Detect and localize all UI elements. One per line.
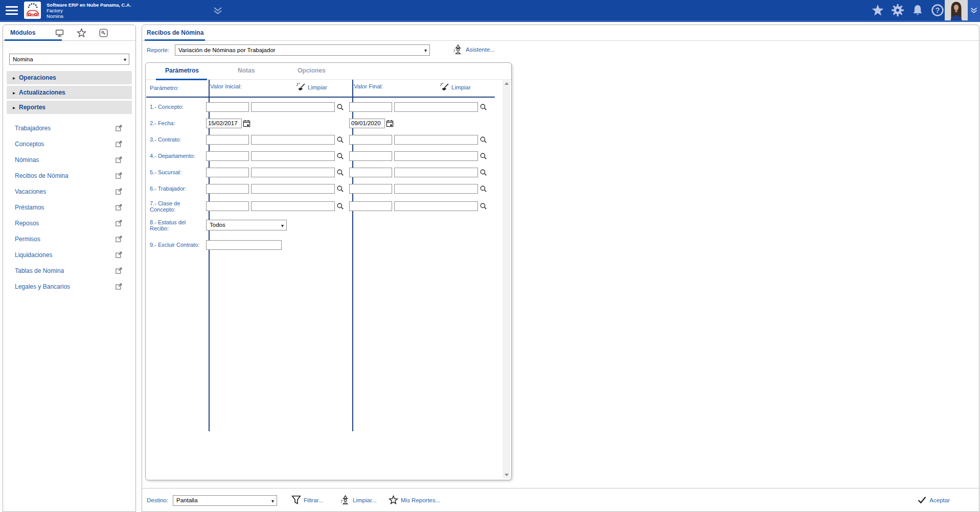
tab-opciones[interactable]: Opciones: [298, 67, 326, 74]
departamento-final-code-input[interactable]: [349, 151, 392, 161]
sidebar-item-liquidaciones[interactable]: Liquidaciones: [3, 247, 135, 263]
search-icon[interactable]: [336, 169, 344, 176]
sidebar-item-tablas-de-nomina[interactable]: Tablas de Nomina: [3, 263, 135, 278]
search-icon[interactable]: [336, 152, 344, 160]
external-link-icon[interactable]: [115, 188, 123, 195]
external-link-icon[interactable]: [115, 124, 123, 132]
section-reportes[interactable]: Reportes: [7, 101, 132, 114]
departamento-initial-code-input[interactable]: [206, 151, 249, 161]
calendar-icon[interactable]: [386, 120, 394, 127]
external-link-icon[interactable]: [115, 140, 123, 148]
accept-button[interactable]: Aceptar: [917, 495, 950, 505]
clase-final-desc-input[interactable]: [394, 201, 478, 211]
gear-icon[interactable]: [891, 4, 904, 17]
concepto-final-code-input[interactable]: [349, 102, 392, 112]
section-operaciones[interactable]: Operaciones: [7, 71, 132, 84]
external-link-icon[interactable]: [115, 156, 123, 164]
sidebar-item-conceptos[interactable]: Conceptos: [3, 136, 135, 152]
sucursal-final-desc-input[interactable]: [394, 168, 478, 177]
assistant-button[interactable]: Asistente...: [453, 44, 495, 55]
scroll-down-icon[interactable]: [505, 474, 509, 476]
param-label: 1.- Concepto:: [146, 104, 203, 110]
menu-icon[interactable]: [0, 0, 24, 20]
app-logo[interactable]: [24, 2, 41, 19]
tab-recibos-de-nomina[interactable]: Recibos de Nómina: [142, 29, 203, 36]
tab-modulos[interactable]: Módulos: [3, 29, 42, 36]
clear-button[interactable]: Limpiar...: [340, 495, 377, 505]
star-icon[interactable]: [871, 4, 884, 17]
sidebar-item-nominas[interactable]: Nóminas: [3, 152, 135, 168]
search-icon[interactable]: [480, 136, 487, 144]
search-icon[interactable]: [336, 136, 344, 144]
section-actualizaciones[interactable]: Actualizaciones: [7, 86, 132, 99]
my-reports-button[interactable]: Mis Reportes...: [389, 495, 440, 505]
external-link-icon[interactable]: [115, 172, 123, 179]
contrato-final-code-input[interactable]: [349, 135, 392, 145]
contrato-final-desc-input[interactable]: [394, 135, 478, 145]
search-icon[interactable]: [480, 185, 487, 193]
contrato-initial-code-input[interactable]: [206, 135, 249, 145]
search-icon[interactable]: [480, 152, 487, 160]
filter-button[interactable]: Filtrar...: [291, 495, 323, 505]
trabajador-initial-desc-input[interactable]: [251, 184, 335, 194]
search-icon[interactable]: [480, 202, 487, 210]
estatus-select[interactable]: Todos: [206, 220, 287, 230]
sidebar-item-reposos[interactable]: Reposos: [3, 215, 135, 231]
param-label: 3.- Contrato:: [146, 136, 203, 143]
destination-select[interactable]: Pantalla: [173, 495, 277, 506]
vertical-scrollbar[interactable]: [503, 80, 510, 478]
external-link-icon[interactable]: [115, 235, 123, 243]
scroll-up-icon[interactable]: [505, 82, 509, 85]
trabajador-initial-code-input[interactable]: [206, 184, 249, 194]
trabajador-final-desc-input[interactable]: [394, 184, 478, 194]
fecha-initial-input[interactable]: [206, 119, 242, 128]
concepto-initial-desc-input[interactable]: [251, 102, 335, 112]
search-icon[interactable]: [336, 185, 344, 193]
clase-initial-code-input[interactable]: [206, 201, 249, 211]
external-link-icon[interactable]: [115, 203, 123, 211]
report-select[interactable]: Variación de Nóminas por Trabajador: [175, 44, 430, 56]
sucursal-initial-desc-input[interactable]: [251, 168, 335, 177]
search-icon[interactable]: [480, 169, 487, 176]
excluir-contrato-input[interactable]: [206, 240, 282, 250]
sucursal-final-code-input[interactable]: [349, 168, 392, 177]
avatar[interactable]: [945, 0, 968, 20]
sidebar-item-trabajadores[interactable]: Trabajadores: [3, 120, 135, 136]
sidebar-item-legales-y-bancarios[interactable]: Legales y Bancarios: [3, 278, 135, 294]
search-icon[interactable]: [336, 103, 344, 111]
trabajador-final-code-input[interactable]: [349, 184, 392, 194]
external-link-icon[interactable]: [115, 267, 123, 274]
contrato-initial-desc-input[interactable]: [251, 135, 335, 145]
external-link-icon[interactable]: [115, 283, 123, 290]
key-icon[interactable]: [99, 28, 108, 38]
search-icon[interactable]: [336, 202, 344, 210]
departamento-initial-desc-input[interactable]: [251, 151, 335, 161]
collapse-chevron-icon[interactable]: [968, 0, 980, 20]
search-icon[interactable]: [480, 103, 487, 111]
bell-icon[interactable]: [911, 4, 924, 17]
sucursal-initial-code-input[interactable]: [206, 168, 249, 177]
departamento-final-desc-input[interactable]: [394, 151, 478, 161]
tab-notas[interactable]: Notas: [238, 67, 255, 74]
tab-parametros[interactable]: Parámetros: [165, 67, 199, 74]
concepto-initial-code-input[interactable]: [206, 102, 249, 112]
clase-final-code-input[interactable]: [349, 201, 392, 211]
calendar-icon[interactable]: [243, 120, 250, 127]
concepto-final-desc-input[interactable]: [394, 102, 478, 112]
sidebar-item-permisos[interactable]: Permisos: [3, 231, 135, 247]
module-select[interactable]: Nomina: [9, 54, 129, 65]
monitor-icon[interactable]: [55, 28, 64, 38]
clear-initial-button[interactable]: Limpiar: [296, 82, 327, 92]
clase-initial-desc-input[interactable]: [251, 201, 335, 211]
external-link-icon[interactable]: [115, 219, 123, 227]
clear-final-button[interactable]: Limpiar: [440, 82, 471, 92]
parameters-panel: Parámetros Notas Opciones Parámetro: Val…: [145, 62, 512, 480]
help-icon[interactable]: [931, 4, 944, 17]
double-chevron-down-icon[interactable]: [213, 7, 222, 14]
sidebar-item-prestamos[interactable]: Préstamos: [3, 199, 135, 215]
star-outline-icon[interactable]: [77, 28, 86, 38]
external-link-icon[interactable]: [115, 251, 123, 259]
fecha-final-input[interactable]: [349, 119, 385, 128]
sidebar-item-recibos-de-nomina[interactable]: Recibos de Nómina: [3, 168, 135, 183]
sidebar-item-vacaciones[interactable]: Vacaciones: [3, 183, 135, 199]
